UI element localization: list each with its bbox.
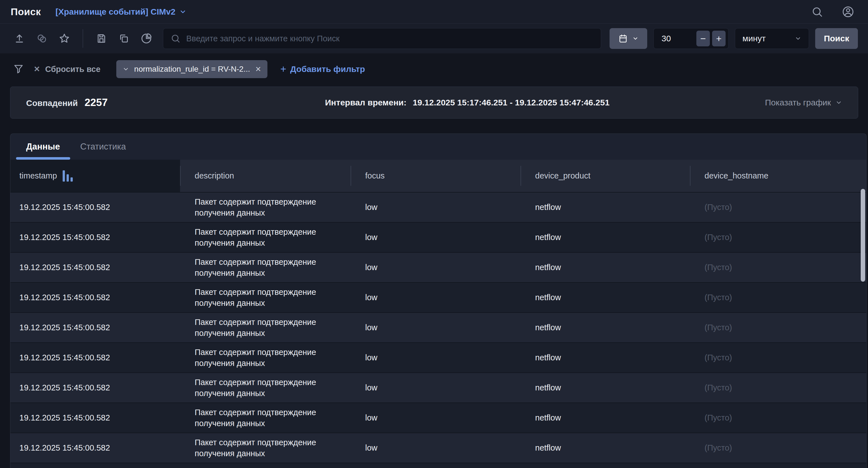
filter-chip[interactable]: normalization_rule_id = RV-N-2... ✕ <box>116 60 268 78</box>
date-range-button[interactable] <box>610 28 647 49</box>
interval-unit-value: минут <box>742 34 766 43</box>
calendar-icon <box>618 34 628 43</box>
cell-focus: low <box>350 403 521 433</box>
tab-data[interactable]: Данные <box>16 134 70 160</box>
query-search-box <box>163 28 601 49</box>
cell-device_product: netflow <box>521 343 690 373</box>
cell-description: Пакет содержит подтверждение получения д… <box>180 343 350 373</box>
cell-device_product: netflow <box>521 463 690 468</box>
table-row[interactable]: 19.12.2025 15:45:00.582Пакет содержит по… <box>10 373 866 403</box>
cell-device_product: netflow <box>521 373 690 403</box>
table-row[interactable]: 19.12.2025 15:45:00.582Пакет содержит по… <box>10 192 866 222</box>
cell-device_hostname: (Пусто) <box>690 193 866 222</box>
column-header-description[interactable]: description <box>180 160 350 192</box>
time-interval-label: Интервал времени: <box>325 98 406 107</box>
cell-description: Пакет содержит подтверждение получения д… <box>180 403 350 433</box>
show-chart-label: Показать график <box>765 98 831 107</box>
add-filter-label: Добавить фильтр <box>290 64 365 74</box>
venn-compare-icon[interactable] <box>33 29 51 48</box>
interval-value-stepper: 30 − + <box>653 28 729 49</box>
decrement-button[interactable]: − <box>696 31 710 47</box>
cell-device_product: netflow <box>521 253 690 282</box>
search-button[interactable]: Поиск <box>815 28 858 49</box>
cell-focus: low <box>350 463 521 468</box>
clear-all-filters-button[interactable]: ✕ Сбросить все <box>34 65 100 74</box>
export-upload-icon[interactable] <box>10 29 29 48</box>
query-input[interactable] <box>186 34 594 43</box>
table-row[interactable]: 19.12.2025 15:45:00.582Пакет содержит по… <box>10 222 866 252</box>
table-row[interactable]: 19.12.2025 15:45:00.582Пакет содержит по… <box>10 463 866 468</box>
add-filter-button[interactable]: + Добавить фильтр <box>280 63 365 75</box>
cell-description: Пакет содержит подтверждение получения д… <box>180 433 350 463</box>
search-icon <box>170 33 181 43</box>
cell-focus: low <box>350 433 521 463</box>
cell-description: Пакет содержит подтверждение получения д… <box>180 313 350 342</box>
table-row[interactable]: 19.12.2025 15:45:00.582Пакет содержит по… <box>10 433 866 463</box>
results-summary-bar: Совпадений 2257 Интервал времени: 19.12.… <box>10 87 858 119</box>
global-search-icon[interactable] <box>808 3 827 21</box>
scrollbar-track[interactable] <box>861 192 865 468</box>
cell-timestamp: 19.12.2025 15:45:00.582 <box>10 283 180 312</box>
column-header-focus[interactable]: focus <box>350 160 521 192</box>
cell-device_hostname: (Пусто) <box>690 253 866 282</box>
cell-focus: low <box>350 283 521 312</box>
copy-icon[interactable] <box>115 29 133 48</box>
table-row[interactable]: 19.12.2025 15:45:00.582Пакет содержит по… <box>10 252 866 282</box>
filter-funnel-icon[interactable] <box>12 62 25 76</box>
cell-focus: low <box>350 253 521 282</box>
scrollbar-thumb[interactable] <box>861 189 865 282</box>
cell-timestamp: 19.12.2025 15:45:00.582 <box>10 433 180 463</box>
cell-focus: low <box>350 193 521 222</box>
tab-statistics[interactable]: Статистика <box>70 134 136 160</box>
column-header-timestamp[interactable]: timestamp <box>10 160 180 192</box>
sort-descending-icon[interactable] <box>63 170 73 182</box>
cell-description: Пакет содержит подтверждение получения д… <box>180 283 350 312</box>
chevron-down-icon <box>179 8 187 16</box>
cell-device_product: netflow <box>521 403 690 433</box>
table-body: 19.12.2025 15:45:00.582Пакет содержит по… <box>10 192 866 468</box>
cell-description: Пакет содержит подтверждение получения д… <box>180 223 350 252</box>
table-row[interactable]: 19.12.2025 15:45:00.582Пакет содержит по… <box>10 342 866 373</box>
time-interval-value: 19.12.2025 15:17:46.251 - 19.12.2025 15:… <box>413 98 610 107</box>
cell-timestamp: 19.12.2025 15:45:00.582 <box>10 223 180 252</box>
clear-all-label: Сбросить все <box>45 65 100 74</box>
pie-chart-icon[interactable] <box>137 29 156 48</box>
column-header-device-hostname[interactable]: device_hostname <box>690 160 866 192</box>
cell-timestamp: 19.12.2025 15:45:00.582 <box>10 403 180 433</box>
column-header-device-product[interactable]: device_product <box>521 160 690 192</box>
cell-device_hostname: (Пусто) <box>690 223 866 252</box>
chevron-down-icon <box>122 66 129 72</box>
table-row[interactable]: 19.12.2025 15:45:00.582Пакет содержит по… <box>10 403 866 433</box>
search-toolbar: 30 − + минут Поиск <box>0 24 868 53</box>
close-icon: ✕ <box>34 65 40 74</box>
cell-device_hostname: (Пусто) <box>690 463 866 468</box>
remove-filter-icon[interactable]: ✕ <box>255 65 261 74</box>
filter-chip-label: normalization_rule_id = RV-N-2... <box>134 65 250 74</box>
increment-button[interactable]: + <box>712 31 725 47</box>
user-account-icon[interactable] <box>839 3 857 21</box>
cell-description: Пакет содержит подтверждение получения д… <box>180 373 350 403</box>
chevron-down-icon <box>795 35 801 42</box>
cell-description: Пакет содержит подтверждение получения д… <box>180 463 350 468</box>
storage-selector[interactable]: [Хранилище событий] CIMv2 <box>56 7 187 17</box>
matches-label: Совпадений <box>26 98 78 108</box>
favorite-star-icon[interactable] <box>55 29 73 48</box>
table-scrollbar <box>860 160 866 468</box>
show-chart-toggle[interactable]: Показать график <box>765 98 842 107</box>
table-header-row: timestamp description focus device_produ… <box>10 160 866 192</box>
cell-device_hostname: (Пусто) <box>690 343 866 373</box>
plus-icon: + <box>280 63 286 75</box>
cell-timestamp: 19.12.2025 15:45:00.582 <box>10 373 180 403</box>
cell-device_product: netflow <box>521 283 690 312</box>
save-icon[interactable] <box>92 29 111 48</box>
table-row[interactable]: 19.12.2025 15:45:00.582Пакет содержит по… <box>10 312 866 342</box>
table-row[interactable]: 19.12.2025 15:45:00.582Пакет содержит по… <box>10 282 866 312</box>
interval-value[interactable]: 30 <box>661 34 694 43</box>
interval-unit-select[interactable]: минут <box>735 28 809 49</box>
cell-description: Пакет содержит подтверждение получения д… <box>180 193 350 222</box>
result-tabs: Данные Статистика <box>10 134 866 160</box>
cell-focus: low <box>350 373 521 403</box>
filter-bar: ✕ Сбросить все normalization_rule_id = R… <box>0 53 868 85</box>
cell-focus: low <box>350 313 521 342</box>
cell-timestamp: 19.12.2025 15:45:00.582 <box>10 253 180 282</box>
